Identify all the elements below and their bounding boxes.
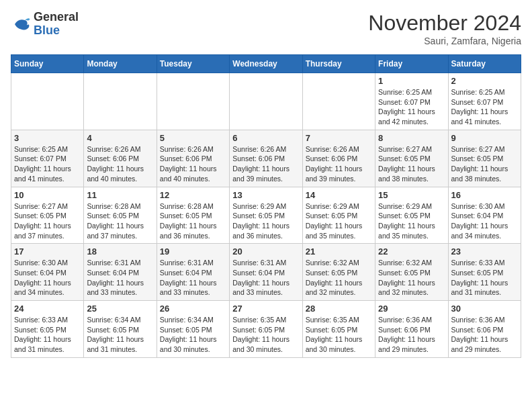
calendar-week-row: 1Sunrise: 6:25 AM Sunset: 6:07 PM Daylig… — [11, 73, 521, 130]
day-info: Sunrise: 6:34 AM Sunset: 6:05 PM Dayligh… — [87, 315, 153, 355]
day-info: Sunrise: 6:30 AM Sunset: 6:04 PM Dayligh… — [14, 258, 81, 298]
day-number: 5 — [160, 133, 226, 143]
calendar-week-row: 10Sunrise: 6:27 AM Sunset: 6:05 PM Dayli… — [11, 187, 521, 244]
day-info: Sunrise: 6:27 AM Sunset: 6:05 PM Dayligh… — [378, 144, 445, 184]
day-number: 11 — [87, 190, 153, 200]
day-number: 21 — [306, 246, 372, 257]
weekday-header: Friday — [375, 55, 448, 73]
day-info: Sunrise: 6:26 AM Sunset: 6:06 PM Dayligh… — [306, 144, 372, 184]
day-info: Sunrise: 6:36 AM Sunset: 6:06 PM Dayligh… — [378, 315, 445, 355]
day-number: 6 — [232, 133, 299, 143]
day-info: Sunrise: 6:25 AM Sunset: 6:07 PM Dayligh… — [451, 87, 518, 127]
calendar-day-cell — [11, 73, 84, 130]
day-number: 12 — [160, 190, 226, 200]
page-header: General Blue November 2024 Sauri, Zamfar… — [11, 11, 521, 46]
calendar-day-cell: 20Sunrise: 6:31 AM Sunset: 6:04 PM Dayli… — [230, 244, 302, 301]
calendar-day-cell: 13Sunrise: 6:29 AM Sunset: 6:05 PM Dayli… — [230, 187, 302, 244]
day-number: 8 — [378, 133, 445, 143]
day-number: 10 — [14, 190, 81, 200]
calendar-day-cell: 10Sunrise: 6:27 AM Sunset: 6:05 PM Dayli… — [11, 187, 84, 244]
day-number: 3 — [14, 133, 81, 143]
calendar-day-cell — [84, 73, 157, 130]
day-number: 15 — [378, 190, 445, 200]
calendar-day-cell — [302, 73, 375, 130]
calendar-week-row: 24Sunrise: 6:33 AM Sunset: 6:05 PM Dayli… — [11, 301, 521, 358]
day-info: Sunrise: 6:29 AM Sunset: 6:05 PM Dayligh… — [306, 201, 372, 241]
day-info: Sunrise: 6:26 AM Sunset: 6:06 PM Dayligh… — [160, 144, 226, 184]
calendar-day-cell: 3Sunrise: 6:25 AM Sunset: 6:07 PM Daylig… — [11, 130, 84, 187]
day-number: 14 — [306, 190, 372, 200]
calendar-day-cell: 15Sunrise: 6:29 AM Sunset: 6:05 PM Dayli… — [375, 187, 448, 244]
day-info: Sunrise: 6:25 AM Sunset: 6:07 PM Dayligh… — [14, 144, 81, 184]
weekday-header: Sunday — [11, 55, 84, 73]
day-number: 17 — [14, 246, 81, 257]
day-info: Sunrise: 6:28 AM Sunset: 6:05 PM Dayligh… — [160, 201, 226, 241]
weekday-header: Tuesday — [157, 55, 229, 73]
calendar-week-row: 3Sunrise: 6:25 AM Sunset: 6:07 PM Daylig… — [11, 130, 521, 187]
calendar-day-cell: 14Sunrise: 6:29 AM Sunset: 6:05 PM Dayli… — [302, 187, 375, 244]
day-number: 19 — [160, 246, 226, 257]
calendar-day-cell: 4Sunrise: 6:26 AM Sunset: 6:06 PM Daylig… — [84, 130, 157, 187]
day-number: 18 — [87, 246, 153, 257]
day-info: Sunrise: 6:28 AM Sunset: 6:05 PM Dayligh… — [87, 201, 153, 241]
day-number: 7 — [306, 133, 372, 143]
day-number: 27 — [232, 304, 299, 314]
logo: General Blue — [11, 11, 79, 38]
day-info: Sunrise: 6:29 AM Sunset: 6:05 PM Dayligh… — [378, 201, 445, 241]
day-number: 9 — [451, 133, 518, 143]
weekday-header: Wednesday — [230, 55, 302, 73]
calendar-table: SundayMondayTuesdayWednesdayThursdayFrid… — [11, 54, 521, 358]
day-number: 28 — [306, 304, 372, 314]
day-number: 30 — [451, 304, 518, 314]
calendar-day-cell: 18Sunrise: 6:31 AM Sunset: 6:04 PM Dayli… — [84, 244, 157, 301]
calendar-header-row: SundayMondayTuesdayWednesdayThursdayFrid… — [11, 55, 521, 73]
calendar-day-cell: 22Sunrise: 6:32 AM Sunset: 6:05 PM Dayli… — [375, 244, 448, 301]
calendar-day-cell: 24Sunrise: 6:33 AM Sunset: 6:05 PM Dayli… — [11, 301, 84, 358]
day-number: 25 — [87, 304, 153, 314]
day-number: 1 — [378, 76, 445, 86]
logo-bird-icon — [11, 14, 31, 34]
calendar-day-cell: 30Sunrise: 6:36 AM Sunset: 6:06 PM Dayli… — [448, 301, 521, 358]
day-info: Sunrise: 6:31 AM Sunset: 6:04 PM Dayligh… — [232, 258, 299, 298]
day-info: Sunrise: 6:27 AM Sunset: 6:05 PM Dayligh… — [451, 144, 518, 184]
title-block: November 2024 Sauri, Zamfara, Nigeria — [368, 11, 521, 46]
month-year-title: November 2024 — [368, 11, 521, 36]
day-info: Sunrise: 6:33 AM Sunset: 6:05 PM Dayligh… — [451, 258, 518, 298]
day-number: 4 — [87, 133, 153, 143]
day-number: 22 — [378, 246, 445, 257]
calendar-day-cell: 1Sunrise: 6:25 AM Sunset: 6:07 PM Daylig… — [375, 73, 448, 130]
calendar-day-cell: 8Sunrise: 6:27 AM Sunset: 6:05 PM Daylig… — [375, 130, 448, 187]
day-info: Sunrise: 6:35 AM Sunset: 6:05 PM Dayligh… — [232, 315, 299, 355]
day-info: Sunrise: 6:25 AM Sunset: 6:07 PM Dayligh… — [378, 87, 445, 127]
calendar-week-row: 17Sunrise: 6:30 AM Sunset: 6:04 PM Dayli… — [11, 244, 521, 301]
day-number: 16 — [451, 190, 518, 200]
calendar-day-cell: 26Sunrise: 6:34 AM Sunset: 6:05 PM Dayli… — [157, 301, 229, 358]
calendar-day-cell: 23Sunrise: 6:33 AM Sunset: 6:05 PM Dayli… — [448, 244, 521, 301]
day-info: Sunrise: 6:32 AM Sunset: 6:05 PM Dayligh… — [378, 258, 445, 298]
day-number: 23 — [451, 246, 518, 257]
weekday-header: Thursday — [302, 55, 375, 73]
day-info: Sunrise: 6:31 AM Sunset: 6:04 PM Dayligh… — [87, 258, 153, 298]
calendar-day-cell: 17Sunrise: 6:30 AM Sunset: 6:04 PM Dayli… — [11, 244, 84, 301]
logo-general: General — [34, 10, 79, 24]
calendar-day-cell: 12Sunrise: 6:28 AM Sunset: 6:05 PM Dayli… — [157, 187, 229, 244]
calendar-day-cell: 2Sunrise: 6:25 AM Sunset: 6:07 PM Daylig… — [448, 73, 521, 130]
day-info: Sunrise: 6:32 AM Sunset: 6:05 PM Dayligh… — [306, 258, 372, 298]
calendar-day-cell: 25Sunrise: 6:34 AM Sunset: 6:05 PM Dayli… — [84, 301, 157, 358]
day-info: Sunrise: 6:26 AM Sunset: 6:06 PM Dayligh… — [232, 144, 299, 184]
day-info: Sunrise: 6:33 AM Sunset: 6:05 PM Dayligh… — [14, 315, 81, 355]
day-info: Sunrise: 6:27 AM Sunset: 6:05 PM Dayligh… — [14, 201, 81, 241]
day-number: 24 — [14, 304, 81, 314]
calendar-day-cell: 11Sunrise: 6:28 AM Sunset: 6:05 PM Dayli… — [84, 187, 157, 244]
calendar-day-cell: 27Sunrise: 6:35 AM Sunset: 6:05 PM Dayli… — [230, 301, 302, 358]
calendar-day-cell: 5Sunrise: 6:26 AM Sunset: 6:06 PM Daylig… — [157, 130, 229, 187]
day-number: 29 — [378, 304, 445, 314]
day-number: 26 — [160, 304, 226, 314]
day-number: 20 — [232, 246, 299, 257]
calendar-day-cell: 28Sunrise: 6:35 AM Sunset: 6:05 PM Dayli… — [302, 301, 375, 358]
day-info: Sunrise: 6:29 AM Sunset: 6:05 PM Dayligh… — [232, 201, 299, 241]
calendar-day-cell — [157, 73, 229, 130]
calendar-day-cell: 6Sunrise: 6:26 AM Sunset: 6:06 PM Daylig… — [230, 130, 302, 187]
day-info: Sunrise: 6:30 AM Sunset: 6:04 PM Dayligh… — [451, 201, 518, 241]
location-subtitle: Sauri, Zamfara, Nigeria — [368, 36, 521, 46]
